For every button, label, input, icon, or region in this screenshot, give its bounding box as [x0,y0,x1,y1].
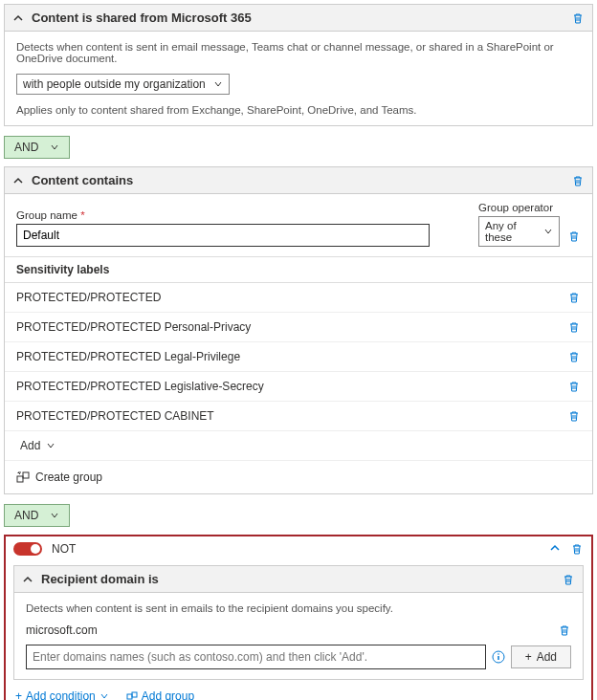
create-group-icon [16,470,30,484]
group-config-row: Group name * Group operator Any of these [5,194,592,256]
select-value: Any of these [485,220,543,243]
not-condition-block: NOT Recipient domain is Detects when con… [4,535,593,700]
chevron-down-icon [543,227,553,236]
delete-icon[interactable] [567,291,581,304]
chevron-down-icon [50,142,59,152]
sensitivity-label-row: PROTECTED/PROTECTED Personal-Privacy [5,313,592,342]
operator-label: AND [14,509,38,522]
not-label: NOT [52,542,549,556]
label-text: PROTECTED/PROTECTED Legal-Privilege [16,350,240,363]
panel-header: Content is shared from Microsoft 365 [5,5,592,32]
panel-body: Detects when content is sent in emails t… [14,593,583,679]
add-label-button[interactable]: Add [5,431,592,461]
svg-point-3 [498,653,499,655]
panel-title: Recipient domain is [41,572,562,586]
domain-value: microsoft.com [26,623,98,637]
svg-rect-1 [23,472,29,478]
group-operator-label: Group operator [478,202,560,213]
create-group-label: Create group [35,470,102,484]
operator-label: AND [14,141,38,154]
group-name-input[interactable] [16,224,430,247]
panel-header: Recipient domain is [14,566,583,593]
chevron-up-icon[interactable] [22,574,33,585]
delete-icon[interactable] [567,409,581,423]
create-group-button[interactable]: Create group [5,461,592,493]
delete-icon[interactable] [567,350,581,363]
chevron-down-icon [213,79,223,89]
content-contains-panel: Content contains Group name * Group oper… [4,166,593,494]
sensitivity-label-row: PROTECTED/PROTECTED CABINET [5,402,592,431]
chevron-down-icon [100,691,109,700]
recipient-domain-panel: Recipient domain is Detects when content… [13,565,584,680]
label-text: PROTECTED/PROTECTED CABINET [16,409,214,423]
add-group-label: Add group [142,689,194,700]
bottom-links: + Add condition Add group [6,680,591,700]
add-button-label: Add [537,650,557,664]
info-icon[interactable] [492,650,505,664]
sensitivity-label-row: PROTECTED/PROTECTED [5,283,592,313]
chevron-up-icon[interactable] [12,12,24,24]
chevron-up-icon[interactable] [549,542,561,556]
label-text: PROTECTED/PROTECTED Personal-Privacy [16,320,251,334]
add-condition-label: Add condition [26,689,96,700]
panel-body: Detects when content is sent in email me… [5,32,592,125]
description-text: Detects when content is sent in emails t… [26,602,571,614]
chevron-down-icon [46,441,55,450]
label-text: PROTECTED/PROTECTED [16,291,161,304]
panel-header: Content contains [5,167,592,194]
chevron-down-icon [50,511,59,520]
delete-icon[interactable] [558,623,571,637]
svg-rect-4 [127,694,132,699]
sensitivity-label-row: PROTECTED/PROTECTED Legal-Privilege [5,342,592,372]
plus-icon: + [525,650,532,664]
domain-input-row: + Add [26,645,571,669]
description-text: Detects when content is sent in email me… [16,41,581,64]
domain-row: microsoft.com [26,623,571,637]
add-condition-link[interactable]: + Add condition [15,689,109,700]
panel-title: Content contains [32,173,571,187]
delete-icon[interactable] [571,11,585,25]
panel-title: Content is shared from Microsoft 365 [32,11,571,25]
add-label: Add [20,439,40,452]
select-value: with people outside my organization [23,77,206,91]
chevron-up-icon[interactable] [12,175,24,186]
not-toggle[interactable] [13,542,42,556]
content-shared-panel: Content is shared from Microsoft 365 Det… [4,4,593,126]
delete-icon[interactable] [571,174,585,187]
svg-rect-0 [17,476,23,482]
add-domain-button[interactable]: + Add [511,645,571,668]
delete-icon[interactable] [567,230,581,243]
domain-input[interactable] [26,645,486,669]
operator-selector-2[interactable]: AND [4,504,70,527]
delete-icon[interactable] [570,542,584,556]
add-group-link[interactable]: Add group [126,689,194,700]
group-icon [126,690,138,700]
operator-selector-1[interactable]: AND [4,136,70,159]
delete-icon[interactable] [567,320,581,334]
group-name-label: Group name * [16,209,471,221]
sensitivity-labels-header: Sensitivity labels [5,256,592,283]
not-bar: NOT [6,536,591,561]
plus-icon: + [15,689,22,700]
sensitivity-label-row: PROTECTED/PROTECTED Legislative-Secrecy [5,372,592,402]
delete-icon[interactable] [562,573,575,586]
svg-rect-5 [132,692,137,697]
share-scope-select[interactable]: with people outside my organization [16,74,230,95]
group-operator-select[interactable]: Any of these [478,216,560,247]
label-text: PROTECTED/PROTECTED Legislative-Secrecy [16,380,264,393]
note-text: Applies only to content shared from Exch… [16,104,581,116]
delete-icon[interactable] [567,380,581,393]
